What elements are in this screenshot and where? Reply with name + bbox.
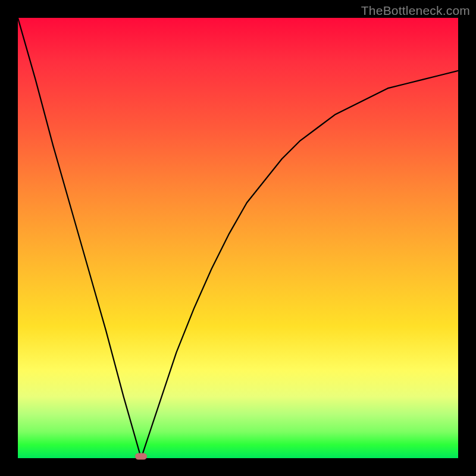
plot-area [18, 18, 458, 458]
optimum-marker [135, 453, 147, 460]
bottleneck-curve [18, 18, 458, 458]
attribution-watermark: TheBottleneck.com [361, 4, 470, 18]
chart-frame: TheBottleneck.com [0, 0, 476, 476]
